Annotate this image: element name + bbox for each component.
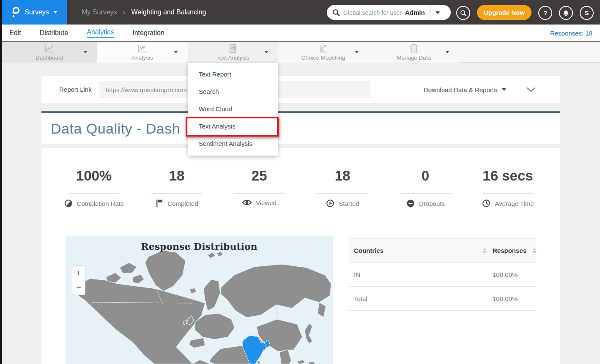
column-header-countries[interactable]: Countries [354, 247, 384, 254]
tab-choice-modelling[interactable]: Choice Modelling [278, 42, 368, 63]
map-title: Response Distribution [66, 241, 333, 252]
country-code: IN [354, 271, 360, 278]
map-zoom-control: + − [72, 265, 85, 295]
tab-integration[interactable]: Integration [132, 29, 164, 37]
menu-item-search[interactable]: Search [188, 83, 278, 100]
total-percent: 100.00% [493, 295, 518, 302]
tab-edit[interactable]: Edit [9, 29, 21, 37]
search-scope-value: Admin [405, 9, 425, 16]
table-row: IN 100.00% [349, 263, 536, 287]
menu-item-word-cloud[interactable]: Word Cloud [188, 100, 278, 118]
chevron-down-icon[interactable] [264, 51, 268, 53]
menu-item-sentiment-analysis[interactable]: Sentiment Analysis [188, 135, 278, 152]
product-name: Surveys [25, 8, 49, 16]
chevron-down-icon[interactable] [174, 51, 178, 53]
download-data-reports-dropdown[interactable]: Download Data & Reports [424, 76, 506, 103]
search-scope-dropdown[interactable] [436, 11, 440, 14]
search-button[interactable] [456, 6, 470, 20]
search-icon [460, 10, 467, 16]
collapse-chevron-icon[interactable] [526, 86, 536, 94]
sort-icon[interactable] [482, 248, 487, 253]
divider [430, 5, 430, 20]
chevron-down-icon [502, 88, 506, 91]
column-header-responses[interactable]: Responses [493, 247, 526, 254]
help-button[interactable]: ? [538, 6, 552, 20]
table-row-total: Total 100.00% [349, 287, 536, 311]
breadcrumb-my-surveys[interactable]: My Surveys [82, 8, 117, 16]
upgrade-now-button[interactable]: Upgrade Now [477, 5, 532, 20]
breadcrumb-survey-title: Weighting and Balancing [132, 8, 206, 16]
report-link-bar: Report Link https://www.questionpro.com … [41, 76, 560, 103]
chevron-down-icon[interactable] [83, 51, 88, 53]
stat-completion-rate: 100% Completion Rate [47, 168, 140, 208]
scatter-chart-icon [318, 44, 329, 55]
menu-item-text-analysis[interactable]: Text Analysis [188, 118, 278, 135]
report-link-label: Report Link [59, 86, 92, 93]
global-search: Admin [327, 5, 451, 20]
response-distribution-map: Response Distribution + − [66, 236, 333, 364]
search-icon [332, 9, 340, 16]
global-search-input[interactable] [343, 9, 403, 16]
chevron-down-icon[interactable] [445, 51, 449, 53]
response-percent: 100.00% [493, 271, 518, 278]
zoom-out-button[interactable]: − [72, 280, 85, 295]
stat-dropouts: 0 Dropouts [379, 168, 472, 208]
flag-icon [155, 199, 164, 208]
line-chart-icon [44, 44, 55, 55]
top-bar: Surveys My Surveys › Weighting and Balan… [0, 0, 600, 25]
text-analysis-menu: Text Report Search Word Cloud Text Analy… [188, 63, 278, 156]
tab-dashboard[interactable]: Dashboard [2, 42, 97, 63]
trend-chart-icon [137, 44, 148, 55]
notifications-button[interactable] [559, 6, 573, 20]
tab-analysis[interactable]: Analysis [97, 42, 187, 63]
tab-analytics[interactable]: Analytics [87, 28, 114, 38]
window-edge-strip [0, 0, 2, 364]
minus-circle-icon [406, 199, 415, 208]
tab-distribute[interactable]: Distribute [40, 29, 68, 37]
breadcrumb-separator-icon: › [123, 8, 126, 17]
question-mark-icon: ? [543, 9, 547, 16]
countries-table: Countries Responses IN 100.00% Total 100… [349, 238, 536, 311]
avatar-initial: S [584, 9, 589, 16]
stat-average-time: 16 secs Average Time [461, 168, 554, 208]
analytics-tab-strip: Dashboard Analysis Text Analysis Choice … [2, 41, 600, 63]
chevron-down-icon [53, 11, 58, 14]
questionpro-logo-icon [11, 5, 20, 19]
menu-item-text-report[interactable]: Text Report [188, 66, 278, 83]
stat-completed: 18 Completed [130, 168, 223, 208]
stat-viewed: 25 Viewed [213, 168, 306, 206]
contrast-icon [64, 199, 73, 208]
chevron-down-icon[interactable] [355, 51, 359, 53]
table-header-row: Countries Responses [349, 238, 536, 263]
survey-section-nav: Edit Distribute Analytics Integration Re… [2, 25, 600, 41]
tab-manage-data[interactable]: Manage Data [369, 42, 459, 63]
breadcrumb: My Surveys › Weighting and Balancing [82, 0, 206, 25]
tab-text-analysis[interactable]: Text Analysis [188, 42, 278, 63]
dashboard-panel: 100% Completion Rate 18 Completed 25 Vie… [41, 148, 560, 364]
zoom-in-button[interactable]: + [72, 265, 85, 280]
sort-icon[interactable] [532, 248, 537, 253]
stat-started: 18 Started [296, 168, 389, 208]
clock-icon [482, 199, 491, 208]
document-grid-icon [227, 44, 238, 55]
page-title: Data Quality - Dash [51, 120, 180, 137]
dashboard-heading-card: Data Quality - Dash [41, 111, 560, 144]
total-label: Total [354, 295, 367, 302]
surveys-product-menu[interactable]: Surveys [2, 0, 67, 25]
world-map[interactable] [66, 236, 333, 364]
avatar[interactable]: S [580, 6, 594, 20]
responses-count: Responses: 18 [550, 25, 592, 41]
bell-icon [563, 10, 569, 16]
eye-icon [242, 199, 252, 206]
play-circle-icon [326, 199, 335, 208]
